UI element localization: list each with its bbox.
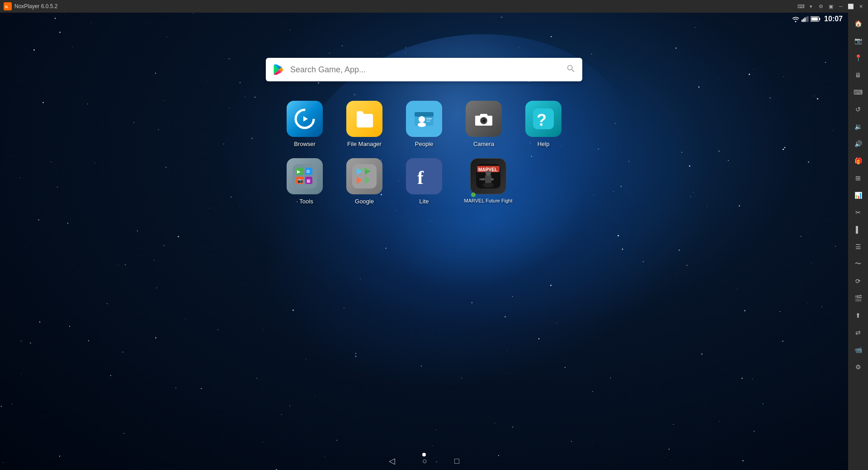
status-bar: 10:07: [0, 13, 848, 25]
file-manager-label: File Manager: [347, 141, 382, 147]
keyboard-icon[interactable]: ⌨: [797, 3, 805, 10]
sidebar-shake-icon[interactable]: 〜: [850, 256, 866, 272]
app-marvel[interactable]: MARVEL netmarble MARVEL Future Fight: [461, 158, 515, 203]
sidebar-bar-icon[interactable]: ▌: [850, 221, 866, 238]
arrow-down-icon[interactable]: ▾: [807, 3, 815, 10]
bottom-nav: ◁ ○ □: [0, 452, 848, 470]
svg-text:▦: ▦: [307, 179, 311, 183]
svg-rect-8: [819, 18, 821, 20]
search-icon[interactable]: [566, 64, 576, 76]
status-icons: 10:07: [792, 15, 843, 23]
browser-label: Browser: [294, 141, 316, 147]
file-manager-icon: [346, 101, 382, 137]
battery-icon: [811, 16, 821, 22]
app-browser[interactable]: Browser: [282, 101, 327, 147]
sidebar-sync-icon[interactable]: ⇄: [850, 324, 866, 341]
nox-logo: N: [4, 2, 12, 10]
signal-icon: [802, 16, 809, 22]
app-tools[interactable]: ▶ ⚙ 📷 ▦ · Tools: [282, 158, 327, 205]
svg-rect-4: [804, 18, 805, 22]
sidebar-location-icon[interactable]: 📍: [850, 50, 866, 66]
svg-text:?: ?: [537, 111, 547, 129]
marvel-notification-dot: [471, 193, 476, 197]
marvel-label: MARVEL Future Fight: [464, 198, 513, 203]
svg-marker-11: [303, 116, 308, 122]
app-row-2: ▶ ⚙ 📷 ▦ · Tools: [282, 158, 515, 205]
titlebar-title-text: NoxPlayer 6.0.5.2: [14, 3, 57, 9]
svg-rect-39: [412, 164, 436, 188]
search-bar[interactable]: [266, 58, 582, 81]
right-sidebar: 🏠 📷 📍 🖥 ⌨ ↺ 🔉 🔊 🎁 ⊞ 📊 ✂ ▌ ☰ 〜 ⟳ 🎬 ⬆: [848, 13, 868, 470]
svg-text:📷: 📷: [297, 178, 303, 183]
sidebar-settings-icon[interactable]: ⚙: [850, 359, 866, 375]
minimize-icon[interactable]: ─: [837, 3, 844, 10]
app-google[interactable]: Google: [342, 158, 387, 205]
app-people[interactable]: People: [401, 101, 447, 147]
main-area: 10:07: [0, 13, 868, 470]
svg-text:N: N: [5, 5, 8, 9]
search-input[interactable]: [290, 65, 566, 75]
sidebar-upload-icon[interactable]: ⬆: [850, 307, 866, 324]
svg-rect-33: [352, 164, 377, 188]
sidebar-menu-icon[interactable]: ☰: [850, 239, 866, 255]
svg-rect-2: [802, 20, 802, 22]
marvel-icon: MARVEL netmarble: [470, 158, 506, 194]
tools-label: · Tools: [296, 198, 313, 205]
sidebar-camera-icon[interactable]: 📹: [850, 342, 866, 358]
svg-rect-46: [485, 175, 491, 183]
sidebar-screen-icon[interactable]: 🖥: [850, 67, 866, 83]
restore-icon[interactable]: ⬜: [847, 3, 854, 10]
svg-point-21: [482, 119, 483, 120]
app-file-manager[interactable]: File Manager: [342, 101, 387, 147]
svg-point-14: [419, 116, 425, 122]
titlebar: N NoxPlayer 6.0.5.2 ⌨ ▾ ⚙ ▣ ─ ⬜ ✕: [0, 0, 868, 13]
wifi-icon: [792, 16, 800, 22]
sidebar-chart-icon[interactable]: 📊: [850, 187, 866, 203]
svg-text:⚙: ⚙: [306, 169, 310, 174]
app-grid: Browser File Manager: [282, 101, 566, 205]
sidebar-volume-down-icon[interactable]: 🔉: [850, 118, 866, 135]
camera-icon: [466, 101, 502, 137]
android-screen: 10:07: [0, 13, 848, 470]
settings-icon[interactable]: ⚙: [817, 3, 825, 10]
sidebar-scissors-icon[interactable]: ✂: [850, 204, 866, 221]
play-store-icon: [272, 63, 285, 76]
sidebar-refresh-icon[interactable]: ⟳: [850, 273, 866, 289]
sidebar-gift-icon[interactable]: 🎁: [850, 153, 866, 169]
home-button[interactable]: ○: [422, 456, 427, 466]
close-icon[interactable]: ✕: [857, 3, 864, 10]
svg-rect-13: [415, 112, 434, 117]
svg-rect-9: [811, 18, 818, 21]
google-label: Google: [355, 198, 374, 205]
svg-marker-38: [359, 169, 369, 170]
sidebar-home-icon[interactable]: 🏠: [850, 15, 866, 32]
lite-label: Lite: [420, 198, 429, 205]
browser-icon: [287, 101, 323, 137]
help-label: Help: [538, 141, 550, 147]
people-icon: [406, 101, 442, 137]
svg-text:f: f: [417, 167, 424, 188]
svg-rect-16: [426, 118, 432, 119]
sidebar-keyboard-icon[interactable]: ⌨: [850, 84, 866, 100]
svg-rect-6: [807, 16, 808, 22]
sidebar-screenshot-icon[interactable]: 📷: [850, 33, 866, 49]
google-icon: [346, 158, 382, 194]
svg-rect-3: [803, 19, 804, 22]
sidebar-rotate-icon[interactable]: ↺: [850, 101, 866, 118]
svg-rect-24: [292, 164, 317, 188]
app-help[interactable]: ? Help: [521, 101, 566, 147]
lite-icon: f: [406, 158, 442, 194]
sidebar-grid-icon[interactable]: ⊞: [850, 170, 866, 186]
svg-point-15: [418, 122, 426, 127]
titlebar-controls: ⌨ ▾ ⚙ ▣ ─ ⬜ ✕: [797, 3, 864, 10]
sidebar-video-icon[interactable]: 🎬: [850, 290, 866, 306]
app-row-1: Browser File Manager: [282, 101, 566, 147]
svg-text:▶: ▶: [297, 169, 301, 174]
app-camera[interactable]: Camera: [461, 101, 506, 147]
sidebar-volume-up-icon[interactable]: 🔊: [850, 136, 866, 152]
recents-button[interactable]: □: [454, 456, 459, 466]
app-lite[interactable]: f Lite: [401, 158, 447, 205]
svg-point-47: [486, 170, 491, 176]
back-button[interactable]: ◁: [389, 456, 395, 466]
monitor-icon[interactable]: ▣: [827, 3, 835, 10]
